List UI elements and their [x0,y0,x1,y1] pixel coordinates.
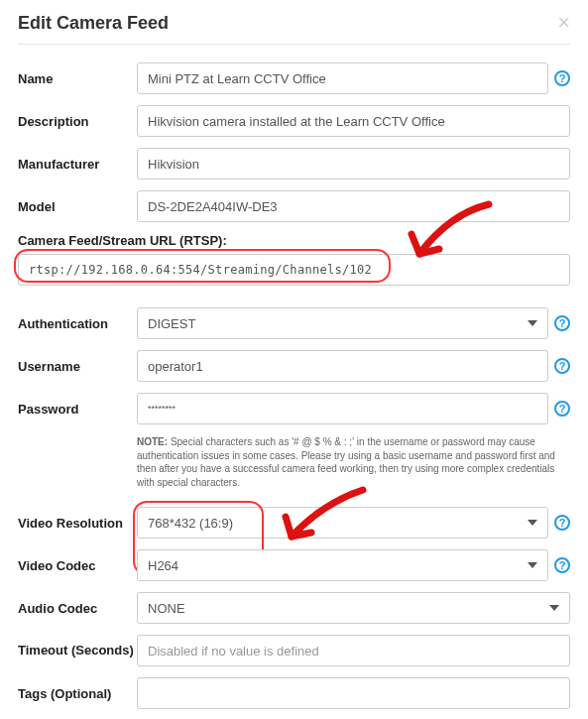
audio-codec-label: Audio Codec [18,601,137,616]
stream-url-input[interactable] [18,254,570,286]
name-label: Name [18,71,137,86]
help-icon[interactable]: ? [554,515,570,531]
authentication-label: Authentication [18,316,137,331]
video-resolution-label: Video Resolution [18,516,137,531]
username-input[interactable] [137,350,548,382]
video-codec-label: Video Codec [18,558,137,573]
password-label: Password [18,402,137,417]
password-input[interactable] [137,393,548,424]
manufacturer-label: Manufacturer [18,157,137,172]
help-icon[interactable]: ? [554,557,570,573]
close-button[interactable]: × [557,12,570,34]
help-icon[interactable]: ? [554,315,570,331]
description-input[interactable] [137,105,570,137]
name-input[interactable] [137,62,548,94]
help-icon[interactable]: ? [554,358,570,374]
audio-codec-select[interactable]: NONE [137,592,570,624]
authentication-select[interactable]: DIGEST [137,307,548,339]
description-label: Description [18,114,137,129]
help-icon[interactable]: ? [554,70,570,86]
modal-title: Edit Camera Feed [18,13,169,34]
timeout-input[interactable] [137,635,570,666]
help-icon[interactable]: ? [554,401,570,417]
timeout-label: Timeout (Seconds) [18,643,137,659]
video-codec-select[interactable]: H264 [137,549,548,581]
note-text: NOTE: Special characters such as '# @ $ … [137,435,570,489]
tags-input[interactable] [137,677,570,709]
tags-label: Tags (Optional) [18,686,137,701]
manufacturer-input[interactable] [137,148,570,180]
username-label: Username [18,359,137,374]
video-resolution-select[interactable]: 768*432 (16:9) [137,507,548,539]
model-input[interactable] [137,190,570,222]
stream-url-label: Camera Feed/Stream URL (RTSP): [18,233,570,248]
model-label: Model [18,199,137,214]
